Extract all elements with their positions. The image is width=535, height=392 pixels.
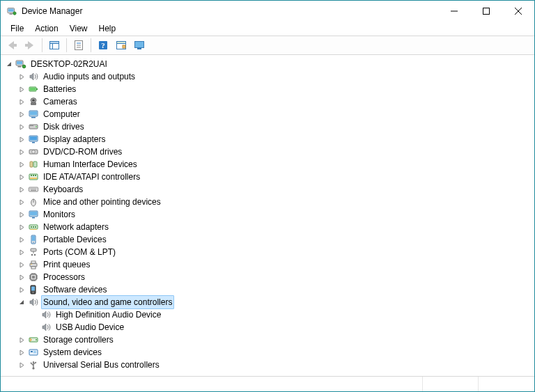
expand-toggle[interactable] bbox=[16, 284, 27, 295]
tree-node: Human Interface Devices bbox=[15, 158, 533, 171]
svg-rect-5 bbox=[483, 8, 490, 15]
maximize-button[interactable] bbox=[470, 1, 502, 22]
menu-help[interactable]: Help bbox=[93, 22, 122, 35]
display-icon bbox=[27, 134, 40, 145]
svg-point-3 bbox=[13, 12, 16, 15]
svg-rect-42 bbox=[32, 142, 35, 143]
minimize-button[interactable] bbox=[438, 1, 470, 22]
device-category[interactable]: Display adapters bbox=[15, 133, 533, 146]
titlebar[interactable]: Device Manager bbox=[1, 1, 534, 22]
svg-rect-21 bbox=[123, 45, 125, 48]
svg-rect-101 bbox=[31, 351, 33, 352]
device-category[interactable]: Mice and other pointing devices bbox=[15, 196, 533, 208]
expand-toggle[interactable] bbox=[16, 109, 27, 120]
tree-node: Mice and other pointing devices bbox=[15, 196, 533, 208]
tree-node: Keyboards bbox=[15, 183, 533, 196]
tree-item-label: Batteries bbox=[41, 83, 78, 95]
keyboard-icon bbox=[27, 184, 40, 195]
device-category[interactable]: Sound, video and game controllers bbox=[15, 296, 533, 308]
expand-toggle[interactable] bbox=[16, 209, 27, 220]
device-category[interactable]: System devices bbox=[15, 346, 533, 359]
toolbar-devices-button[interactable] bbox=[113, 37, 130, 54]
svg-rect-51 bbox=[33, 175, 34, 176]
device-category[interactable]: Cameras bbox=[15, 95, 533, 108]
device-category[interactable]: Software devices bbox=[15, 283, 533, 296]
close-button[interactable] bbox=[502, 1, 534, 22]
tree-item-label: IDE ATA/ATAPI controllers bbox=[41, 171, 142, 183]
device-category[interactable]: Ports (COM & LPT) bbox=[15, 246, 533, 258]
expand-toggle[interactable] bbox=[16, 71, 27, 82]
device-category[interactable]: Portable Devices bbox=[15, 233, 533, 246]
statusbar bbox=[1, 376, 534, 391]
expand-toggle[interactable] bbox=[16, 234, 27, 245]
svg-rect-79 bbox=[31, 267, 36, 269]
collapse-toggle[interactable] bbox=[16, 297, 27, 308]
toolbar-back-button[interactable] bbox=[3, 37, 20, 54]
expand-toggle[interactable] bbox=[16, 359, 27, 370]
tree-node: High Definition Audio Device bbox=[27, 308, 533, 321]
menu-action[interactable]: Action bbox=[29, 22, 63, 35]
toolbar-properties-button[interactable] bbox=[70, 37, 87, 54]
toolbar-help-button[interactable]: ? bbox=[95, 37, 111, 54]
expand-toggle[interactable] bbox=[16, 159, 27, 170]
expand-toggle[interactable] bbox=[16, 221, 27, 233]
tree-item-label: Processors bbox=[41, 271, 87, 283]
svg-rect-22 bbox=[135, 42, 144, 48]
tree-item-label: Print queues bbox=[41, 258, 92, 271]
toolbar-monitor-button[interactable] bbox=[131, 37, 148, 54]
device-category[interactable]: Monitors bbox=[15, 208, 533, 221]
svg-point-107 bbox=[31, 363, 32, 364]
collapse-toggle[interactable] bbox=[3, 58, 15, 70]
expand-toggle[interactable] bbox=[16, 196, 27, 207]
device-category[interactable]: Keyboards bbox=[15, 183, 533, 196]
device-category[interactable]: DESKTOP-02R2UAI bbox=[2, 58, 533, 70]
tree-item-label: Network adapters bbox=[41, 221, 111, 233]
expand-toggle[interactable] bbox=[16, 146, 27, 157]
expand-toggle[interactable] bbox=[16, 121, 27, 132]
expand-toggle[interactable] bbox=[16, 184, 27, 195]
storage-icon bbox=[27, 334, 40, 345]
expand-toggle[interactable] bbox=[16, 347, 27, 358]
expand-toggle[interactable] bbox=[16, 334, 27, 345]
svg-point-45 bbox=[33, 151, 33, 152]
device-category[interactable]: Batteries bbox=[15, 83, 533, 95]
tree-item-label: Audio inputs and outputs bbox=[41, 70, 137, 83]
expand-toggle[interactable] bbox=[16, 272, 27, 283]
svg-rect-59 bbox=[31, 190, 36, 191]
device-category[interactable]: DVD/CD-ROM drives bbox=[15, 146, 533, 158]
toolbar-forward-button[interactable] bbox=[22, 37, 38, 54]
tree-node: Universal Serial Bus controllers bbox=[15, 359, 533, 371]
toolbar-show-hide-tree-button[interactable] bbox=[46, 37, 63, 54]
tree-item-label: Ports (COM & LPT) bbox=[41, 246, 118, 258]
expand-toggle[interactable] bbox=[16, 246, 27, 258]
tree-node: System devices bbox=[15, 346, 533, 359]
device-tree-panel[interactable]: DESKTOP-02R2UAI Audio inputs and outputs… bbox=[1, 55, 534, 376]
svg-rect-68 bbox=[35, 226, 36, 228]
device-item[interactable]: USB Audio Device bbox=[27, 321, 533, 334]
expand-toggle[interactable] bbox=[16, 96, 27, 107]
expand-toggle[interactable] bbox=[16, 171, 27, 182]
device-category[interactable]: IDE ATA/ATAPI controllers bbox=[15, 171, 533, 183]
tree-item-label: USB Audio Device bbox=[54, 321, 126, 334]
computer-icon bbox=[27, 109, 40, 120]
device-category[interactable]: Universal Serial Bus controllers bbox=[15, 359, 533, 371]
expand-toggle[interactable] bbox=[16, 134, 27, 145]
expand-toggle[interactable] bbox=[16, 259, 27, 270]
tree-item-label: Sound, video and game controllers bbox=[41, 295, 174, 309]
toolbar-separator bbox=[42, 38, 42, 52]
menu-file[interactable]: File bbox=[5, 22, 29, 35]
svg-rect-58 bbox=[36, 189, 36, 189]
device-category[interactable]: Disk drives bbox=[15, 120, 533, 133]
device-item[interactable]: High Definition Audio Device bbox=[27, 308, 533, 321]
portable-icon bbox=[27, 234, 40, 245]
device-category[interactable]: Audio inputs and outputs bbox=[15, 70, 533, 83]
device-category[interactable]: Computer bbox=[15, 108, 533, 120]
expand-toggle[interactable] bbox=[16, 84, 27, 95]
tree-item-label: System devices bbox=[41, 346, 104, 359]
device-category[interactable]: Processors bbox=[15, 271, 533, 283]
device-category[interactable]: Network adapters bbox=[15, 221, 533, 233]
device-category[interactable]: Storage controllers bbox=[15, 334, 533, 346]
device-category[interactable]: Print queues bbox=[15, 258, 533, 271]
menu-view[interactable]: View bbox=[64, 22, 93, 35]
device-category[interactable]: Human Interface Devices bbox=[15, 158, 533, 171]
